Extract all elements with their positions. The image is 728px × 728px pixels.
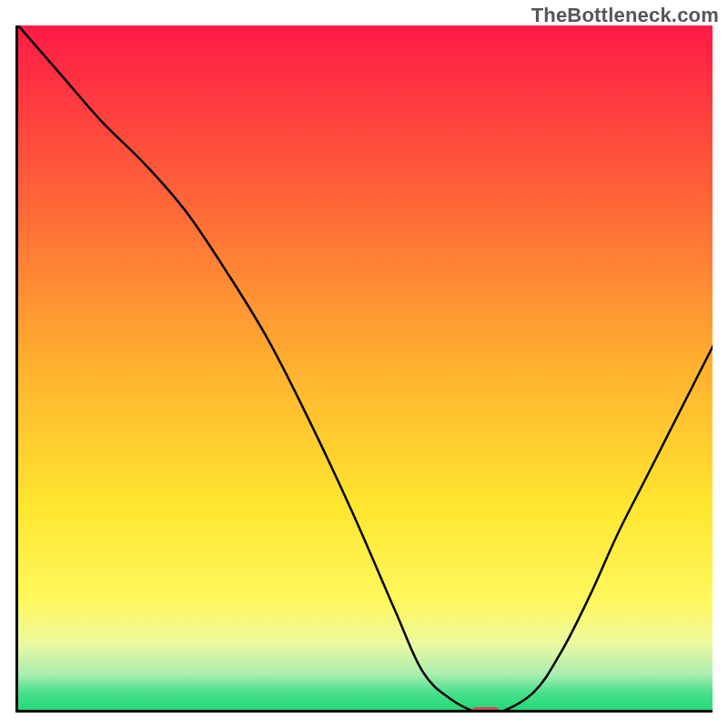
watermark-text: TheBottleneck.com (531, 4, 719, 27)
optimal-marker (470, 707, 500, 713)
chart-container: TheBottleneck.com (0, 0, 728, 728)
plot-area (15, 25, 713, 713)
gradient-background (18, 25, 713, 713)
chart-svg (18, 25, 713, 713)
